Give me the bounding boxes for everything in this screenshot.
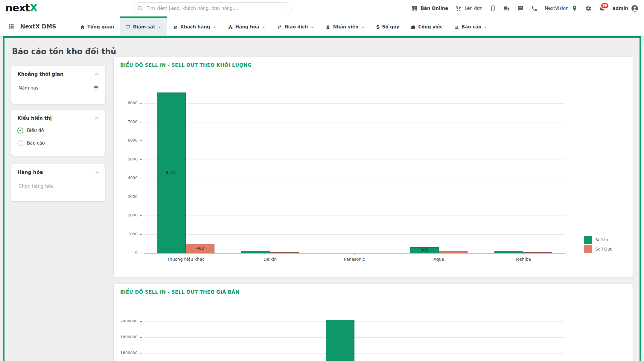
- call-button[interactable]: [531, 5, 538, 12]
- gear-icon: [585, 5, 592, 12]
- nav-label: Công việc: [418, 24, 443, 30]
- location-selector[interactable]: NextVision: [545, 5, 578, 12]
- category-label: Thương hiệu khác: [153, 257, 219, 262]
- nav-item-so-quy[interactable]: $ Sổ quỹ: [371, 16, 405, 36]
- nav-item-nhan-vien[interactable]: Nhân viên: [320, 16, 370, 36]
- nav-items: Tổng quan Giám sát Khách hàng Hàng hóa G…: [74, 16, 493, 36]
- bar-sell-in: [326, 320, 354, 361]
- notification-badge: 99: [601, 2, 609, 9]
- global-search: [133, 2, 292, 14]
- y-tick-label: 2000: [114, 213, 138, 217]
- header-actions: Bán Online Lên đơn NextVision 99: [411, 0, 639, 16]
- nav-item-khach-hang[interactable]: Khách hàng: [167, 16, 222, 36]
- top-header: nextX Bán Online Lên đơn NextVision: [0, 0, 644, 16]
- gridline: [144, 216, 565, 216]
- delivery-button[interactable]: [503, 5, 510, 12]
- y-tick: [140, 103, 142, 104]
- category-tick: [354, 253, 355, 255]
- green-border-left: [3, 36, 4, 361]
- product-select-placeholder: Chọn hàng hóa: [19, 183, 54, 189]
- y-tick-label: 5000: [114, 157, 138, 161]
- y-tick: [140, 337, 142, 338]
- ban-online-label: Bán Online: [421, 6, 448, 11]
- y-tick: [140, 159, 142, 160]
- len-don-button[interactable]: Lên đơn: [455, 5, 482, 12]
- legend-swatch: [584, 236, 592, 244]
- y-tick-label: 8000: [114, 101, 138, 105]
- notifications-button[interactable]: 99: [599, 5, 605, 12]
- chat-button[interactable]: [517, 5, 524, 12]
- radio-unselected-icon: [17, 140, 23, 146]
- gridline: [144, 141, 565, 141]
- chart-card-price: BIỂU ĐỒ SELL IN - SELL OUT THEO GIÁ BÁN …: [114, 284, 633, 361]
- y-tick-label: 6000: [114, 138, 138, 142]
- radio-option-bao-cao[interactable]: Báo cáo: [17, 140, 99, 146]
- legend-label: Sell In: [595, 237, 608, 242]
- product-select-field[interactable]: Chọn hàng hóa: [17, 183, 99, 192]
- chevron-down-icon: [213, 25, 217, 29]
- user-menu[interactable]: admin: [613, 4, 639, 12]
- search-input[interactable]: [133, 2, 292, 14]
- nav-item-tong-quan[interactable]: Tổng quan: [74, 16, 120, 36]
- radio-option-bieu-do[interactable]: Biểu đồ: [17, 128, 99, 134]
- map-pin-icon: [571, 5, 578, 12]
- truck-icon: [503, 5, 510, 12]
- chat-icon: [517, 5, 524, 12]
- nav-item-cong-viec[interactable]: Công việc: [405, 16, 448, 36]
- cart-plus-icon: [455, 5, 462, 12]
- gridline: [144, 103, 565, 104]
- storefront-icon: [411, 5, 418, 12]
- app-grid-icon[interactable]: [8, 23, 14, 29]
- y-tick: [140, 178, 142, 178]
- radio-label: Báo cáo: [27, 140, 45, 146]
- brand-logo[interactable]: nextX: [5, 2, 37, 14]
- person-icon: [325, 25, 331, 30]
- y-tick-label: 1600000: [114, 351, 138, 355]
- category-tick: [439, 253, 439, 255]
- y-tick-label: 1800000: [114, 335, 138, 339]
- y-tick-label: 3000: [114, 194, 138, 199]
- chevron-up-icon[interactable]: [95, 72, 99, 77]
- panel-title: Khoảng thời gian: [17, 71, 63, 77]
- logo-text: next: [5, 2, 30, 14]
- nav-label: Giao dịch: [284, 24, 308, 30]
- category-label: Panasonic: [322, 257, 387, 262]
- y-tick: [140, 234, 142, 235]
- ban-online-button[interactable]: Bán Online: [411, 5, 448, 12]
- mobile-icon: [490, 5, 496, 12]
- y-tick-label: 7000: [114, 119, 138, 124]
- nav-item-giao-dich[interactable]: Giao dịch: [271, 16, 320, 36]
- chart-card-volume: BIỂU ĐỒ SELL IN - SELL OUT THEO KHỐI LƯỢ…: [114, 57, 633, 277]
- chevron-up-icon[interactable]: [95, 170, 99, 175]
- page-title: Báo cáo tồn kho đối thủ: [12, 47, 116, 56]
- briefcase-icon: [411, 25, 416, 30]
- nav-item-hang-hoa[interactable]: Hàng hóa: [222, 16, 271, 36]
- mobile-app-button[interactable]: [490, 5, 496, 12]
- phone-icon: [531, 5, 538, 12]
- nav-label: Báo cáo: [462, 24, 481, 30]
- panel-title: Hàng hóa: [17, 169, 43, 175]
- time-range-field[interactable]: Năm nay: [17, 85, 99, 94]
- bar-sell-out: [439, 251, 468, 253]
- len-don-label: Lên đơn: [465, 6, 482, 11]
- dollar-icon: $: [376, 24, 380, 30]
- time-range-panel: Khoảng thời gian Năm nay: [11, 66, 105, 104]
- gridline: [144, 337, 565, 338]
- monitor-icon: [125, 25, 130, 30]
- gridline: [144, 234, 565, 235]
- y-tick: [140, 253, 142, 253]
- main-navbar: NextX DMS Tổng quan Giám sát Khách hàng …: [0, 16, 644, 36]
- y-tick: [140, 321, 142, 322]
- settings-button[interactable]: [585, 5, 592, 12]
- bar-sell-in: [241, 251, 270, 253]
- chevron-up-icon[interactable]: [95, 116, 99, 121]
- product-filter-panel: Hàng hóa Chọn hàng hóa: [11, 164, 105, 201]
- nav-item-bao-cao[interactable]: Báo cáo: [448, 16, 493, 36]
- panel-title: Kiểu hiển thị: [17, 115, 52, 121]
- category-tick: [523, 253, 523, 255]
- nav-item-giam-sat[interactable]: Giám sát: [120, 16, 167, 36]
- legend-swatch: [584, 245, 592, 253]
- location-label: NextVision: [545, 6, 569, 11]
- avatar-icon: [631, 4, 639, 12]
- radio-label: Biểu đồ: [27, 128, 44, 133]
